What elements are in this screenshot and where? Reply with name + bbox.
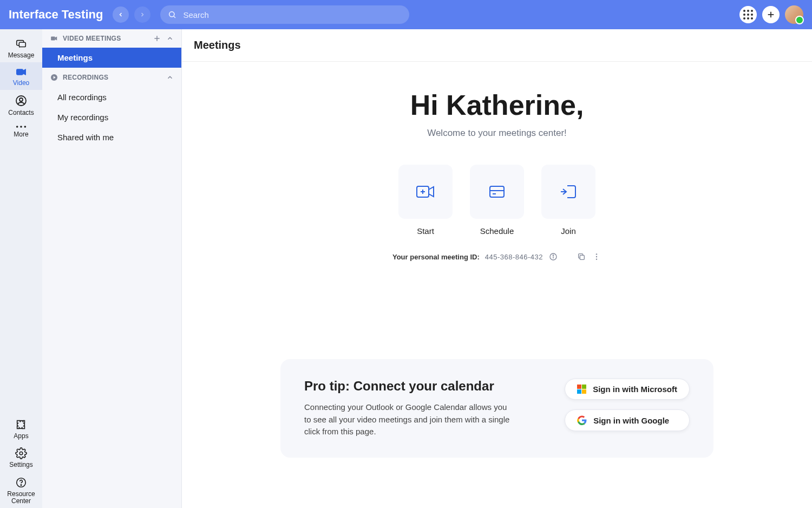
signin-google-button[interactable]: Sign in with Google [565,409,690,431]
apps-icon [15,419,27,431]
tip-text: Pro tip: Connect your calendar Connectin… [304,379,548,438]
workspace: Message Video Contacts More Apps [0,29,812,508]
pro-tip-card: Pro tip: Connect your calendar Connectin… [280,359,713,458]
new-button[interactable] [762,6,780,23]
schedule-tile [470,165,524,219]
pmi-label: Your personal meeting ID: [392,253,480,261]
action-label: Join [561,226,576,236]
video-small-icon [50,35,58,42]
signin-label: Sign in with Google [593,416,669,425]
pmi-value: 445-368-846-432 [485,253,543,261]
personal-meeting-id-row: Your personal meeting ID: 445-368-846-43… [392,252,601,262]
signin-microsoft-button[interactable]: Sign in with Microsoft [565,379,690,400]
greeting: Hi Katherine, [410,89,584,121]
rail-item-more[interactable]: More [0,120,42,141]
chevron-up-icon[interactable] [166,35,174,42]
svg-marker-25 [429,187,434,197]
nav-forward-button[interactable] [134,6,150,23]
svg-rect-16 [51,37,55,41]
join-icon [560,184,577,200]
content-body: Hi Katherine, Welcome to your meetings c… [182,62,812,508]
svg-line-1 [174,16,175,18]
action-label: Start [417,226,434,236]
svg-rect-6 [17,69,23,75]
page-title: Meetings [182,29,812,62]
rail-item-video[interactable]: Video [0,62,42,90]
subnav-section-recordings[interactable]: RECORDINGS [42,68,181,87]
svg-point-11 [20,126,22,128]
svg-point-34 [596,253,597,255]
search-icon [168,10,176,19]
subnav-item-my-recordings[interactable]: My recordings [42,107,181,127]
subnav-item-meetings[interactable]: Meetings [42,48,181,68]
dialpad-icon [743,10,753,19]
subgreeting: Welcome to your meetings center! [427,128,567,139]
search-field[interactable] [160,5,409,24]
subnav-item-shared-with-me[interactable]: Shared with me [42,127,181,147]
add-icon[interactable] [153,35,161,42]
rail-item-contacts[interactable]: Contacts [0,90,42,120]
rail-item-resource-center[interactable]: Resource Center [0,472,42,508]
video-icon [14,67,28,77]
message-icon [15,38,28,50]
rail-item-label: More [14,131,28,138]
nav-back-button[interactable] [113,6,129,23]
svg-point-12 [24,126,27,128]
svg-rect-5 [19,42,25,47]
svg-point-10 [16,126,18,128]
search-input[interactable] [182,10,402,20]
help-icon [15,477,27,489]
gear-icon [15,447,27,459]
svg-point-36 [596,258,597,259]
tip-title: Pro tip: Connect your calendar [304,379,548,394]
svg-marker-7 [23,69,25,75]
rail-item-label: Video [13,80,29,87]
schedule-icon [488,184,506,199]
start-meeting-icon [416,184,435,199]
svg-point-15 [21,484,21,485]
sub-nav: VIDEO MEETINGS Meetings RECORDINGS [42,29,182,508]
action-label: Schedule [480,226,514,236]
left-rail: Message Video Contacts More Apps [0,29,42,508]
dialpad-button[interactable] [739,6,757,23]
action-start[interactable]: Start [398,165,453,236]
subnav-item-all-recordings[interactable]: All recordings [42,87,181,107]
rail-item-label: Message [8,52,35,59]
start-tile [398,165,453,219]
avatar[interactable] [785,5,803,24]
action-join[interactable]: Join [541,165,595,236]
action-schedule[interactable]: Schedule [470,165,524,236]
tip-actions: Sign in with Microsoft Sign in with Goog… [565,379,690,431]
rail-item-settings[interactable]: Settings [0,443,42,472]
rail-item-message[interactable]: Message [0,34,42,62]
chevron-right-icon [139,11,146,18]
svg-point-13 [19,452,23,455]
actions-row: Start Schedule Joi [398,165,595,236]
subnav-section-label: RECORDINGS [63,74,108,81]
copy-icon[interactable] [577,252,586,262]
svg-point-35 [596,256,597,257]
more-vertical-icon[interactable] [592,252,601,262]
chevron-up-icon[interactable] [166,74,174,81]
svg-rect-33 [580,255,584,259]
contacts-icon [15,94,28,107]
rail-item-label: Resource Center [0,491,42,505]
info-icon[interactable] [548,252,558,262]
more-icon [15,125,27,129]
svg-point-9 [19,98,23,101]
microsoft-icon [577,385,586,394]
svg-point-0 [169,12,174,17]
subnav-section-video[interactable]: VIDEO MEETINGS [42,29,181,48]
tip-description: Connecting your Outlook or Google Calend… [304,401,510,438]
rail-item-label: Apps [14,433,28,440]
app-title: Interface Testing [9,8,103,22]
rail-item-label: Settings [9,461,32,468]
join-tile [541,165,595,219]
rail-item-apps[interactable]: Apps [0,414,42,443]
play-circle-icon [50,73,58,82]
google-icon [577,415,587,425]
top-bar: Interface Testing [0,0,812,29]
rail-item-label: Contacts [8,109,34,116]
svg-point-32 [553,255,553,256]
chevron-left-icon [117,11,124,18]
